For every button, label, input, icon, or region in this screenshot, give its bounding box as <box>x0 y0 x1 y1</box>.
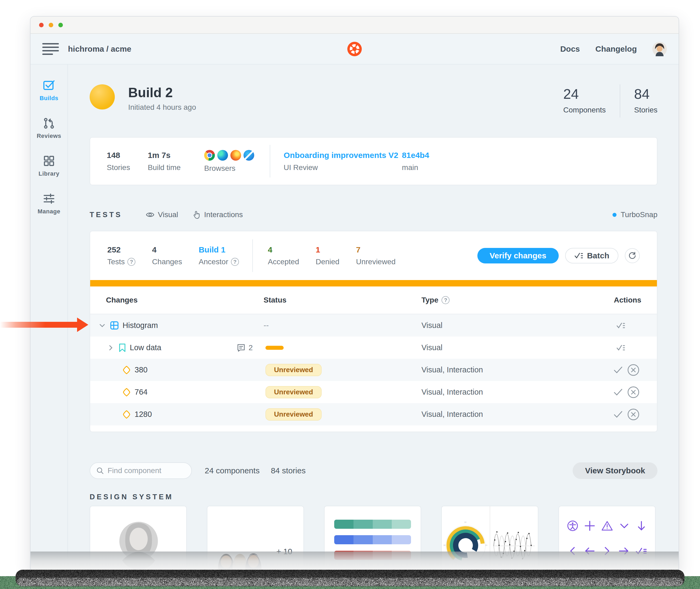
help-icon[interactable]: ? <box>127 258 135 266</box>
batch-accept-icon[interactable] <box>616 344 625 352</box>
page-title: Build 2 <box>128 85 196 101</box>
type-value: Visual, Interaction <box>421 388 614 396</box>
divider <box>270 145 270 178</box>
summary-branch: Onboarding improvements V2 UI Review <box>284 151 402 172</box>
help-icon[interactable]: ? <box>441 296 449 304</box>
edge-icon <box>217 150 228 161</box>
type-value: Visual <box>421 343 614 352</box>
safari-icon <box>244 150 254 161</box>
table-row-component[interactable]: Histogram -- Visual <box>90 314 657 337</box>
summary-browsers: Browsers <box>204 150 254 173</box>
menu-icon[interactable] <box>42 43 59 55</box>
svg-text:10: 10 <box>464 521 466 523</box>
sidebar-item-manage[interactable]: Manage <box>38 192 60 215</box>
branch-link[interactable]: Onboarding improvements V2 <box>284 151 402 160</box>
table-row-snapshot[interactable]: 380 Unreviewed Visual, Interaction <box>90 359 657 381</box>
deny-circle-x-icon[interactable] <box>627 386 640 399</box>
table-row-snapshot[interactable]: 764 Unreviewed Visual, Interaction <box>90 381 657 403</box>
component-grid-icon <box>110 321 119 330</box>
stories-count: 84 Stories <box>634 84 657 114</box>
eye-icon <box>146 210 154 219</box>
user-avatar[interactable] <box>652 42 667 56</box>
summary-build-time: 1m 7s Build time <box>148 151 181 172</box>
comment-icon <box>237 344 245 352</box>
plus-icon <box>584 520 595 532</box>
stat-changes: 4 Changes <box>152 245 182 266</box>
build-header: Build 2 Initiated 4 hours ago 24 Compone… <box>90 84 657 118</box>
accept-check-icon[interactable] <box>613 366 623 374</box>
build-summary-card: 148 Stories 1m 7s Build time Browsers <box>90 137 657 185</box>
deny-circle-x-icon[interactable] <box>627 364 640 376</box>
stat-tests: 252 Tests? <box>107 245 135 266</box>
tests-section-header: TESTS Visual <box>90 210 657 219</box>
chevron-down-icon[interactable] <box>98 322 106 330</box>
accept-check-icon[interactable] <box>613 388 623 396</box>
status-badge: Unreviewed <box>266 386 322 398</box>
turbosnap-status: TurboSnap <box>613 210 658 219</box>
chrome-icon <box>204 150 215 161</box>
interactions-toggle[interactable]: Interactions <box>192 210 243 219</box>
status-value: -- <box>264 321 421 330</box>
comment-count[interactable]: 2 <box>237 337 253 359</box>
minimize-window-button[interactable] <box>49 23 53 27</box>
type-value: Visual, Interaction <box>421 365 614 374</box>
changelog-link[interactable]: Changelog <box>595 44 637 53</box>
visual-toggle[interactable]: Visual <box>146 210 178 219</box>
batch-button[interactable]: Batch <box>565 248 618 263</box>
diamond-icon <box>122 365 131 375</box>
app-header: hichroma / acme Docs Changelog <box>30 34 679 64</box>
status-badge: Unreviewed <box>266 408 322 421</box>
annotation-arrow <box>0 322 78 328</box>
accessibility-icon <box>567 520 578 532</box>
type-value: Visual <box>421 321 614 330</box>
close-window-button[interactable] <box>39 23 44 27</box>
component-finder-row: 24 components 84 stories View Storybook <box>90 462 657 479</box>
search-input[interactable] <box>107 466 186 475</box>
stat-unreviewed: 7 Unreviewed <box>356 245 395 266</box>
table-row-snapshot[interactable]: 1280 Unreviewed Visual, Interaction <box>90 403 657 425</box>
accept-check-icon[interactable] <box>613 410 623 419</box>
refresh-button[interactable] <box>625 248 640 263</box>
sliders-icon <box>43 192 55 205</box>
commit-link[interactable]: 81e4b4 <box>402 151 429 160</box>
zoom-window-button[interactable] <box>58 23 63 27</box>
sidebar-item-builds[interactable]: Builds <box>40 79 58 102</box>
chromatic-logo-icon[interactable] <box>347 41 362 56</box>
turbosnap-dot-icon <box>613 213 617 217</box>
bookmark-icon <box>118 343 126 352</box>
tap-finger-icon <box>192 210 201 219</box>
status-progress-bar <box>266 346 284 350</box>
summary-commit: 81e4b4 main <box>402 151 429 172</box>
divider <box>620 84 620 118</box>
components-count: 24 Components <box>563 84 606 114</box>
tests-card: 252 Tests? 4 Changes Build 1 Ancestor? 4 <box>90 231 657 432</box>
app-window: hichroma / acme Docs Changelog <box>30 16 679 572</box>
divider <box>252 239 253 272</box>
pull-request-icon <box>43 117 55 130</box>
stat-denied: 1 Denied <box>316 245 340 266</box>
docs-link[interactable]: Docs <box>560 44 580 53</box>
warning-triangle-icon <box>601 520 613 532</box>
build-subtitle: Initiated 4 hours ago <box>128 103 196 112</box>
tests-stats-row: 252 Tests? 4 Changes Build 1 Ancestor? 4 <box>90 231 657 280</box>
ancestor-build-link[interactable]: Build 1 <box>199 245 239 254</box>
sidebar-item-reviews[interactable]: Reviews <box>37 117 61 140</box>
diamond-icon <box>122 388 131 397</box>
build-progress-bar <box>90 280 657 286</box>
deny-circle-x-icon[interactable] <box>627 408 640 421</box>
chevron-right-icon[interactable] <box>107 344 115 352</box>
batch-accept-icon[interactable] <box>616 322 625 330</box>
help-icon[interactable]: ? <box>231 258 239 266</box>
search-field[interactable] <box>90 462 192 479</box>
view-storybook-button[interactable]: View Storybook <box>573 462 657 479</box>
icon-set <box>559 506 655 557</box>
search-icon <box>96 467 104 475</box>
table-row-story[interactable]: Low data Visual <box>90 337 657 359</box>
summary-stories: 148 Stories <box>107 151 130 172</box>
annotation-arrow-head <box>77 318 88 332</box>
sidebar-item-library[interactable]: Library <box>38 155 59 177</box>
stat-ancestor: Build 1 Ancestor? <box>199 245 239 266</box>
verify-changes-button[interactable]: Verify changes <box>477 248 559 263</box>
status-badge: Unreviewed <box>266 364 322 376</box>
project-breadcrumb[interactable]: hichroma / acme <box>68 44 131 53</box>
